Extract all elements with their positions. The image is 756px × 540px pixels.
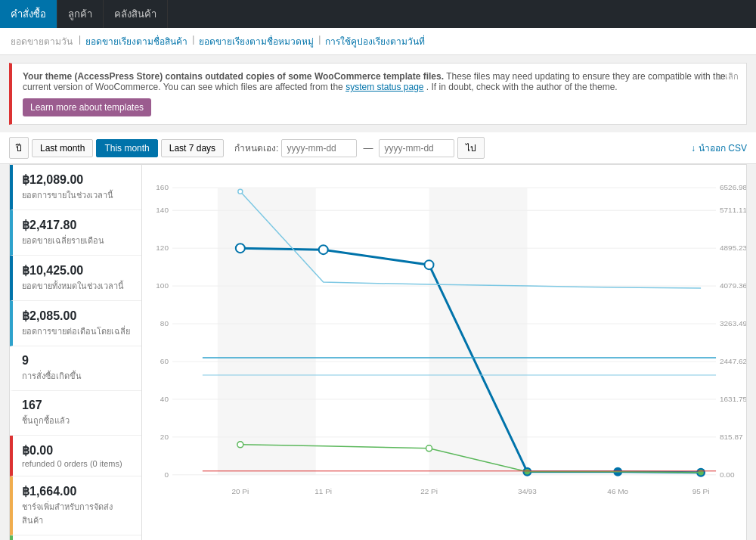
svg-point-30	[236, 244, 245, 253]
stat-coupons: ฿0.00 มูลค่าของคูปองที่ใช้	[10, 535, 141, 540]
svg-point-39	[525, 470, 529, 474]
filter-bar: ปี Last month This month Last 7 days กำห…	[0, 132, 756, 164]
last-7-days-button[interactable]: Last 7 days	[161, 139, 224, 157]
svg-text:0: 0	[164, 470, 169, 479]
svg-text:3263.49: 3263.49	[720, 319, 746, 327]
breadcrumb-link-1[interactable]: ยอดขายเรียงตามชื่อสินค้า	[85, 34, 187, 48]
svg-text:20 Pi: 20 Pi	[231, 487, 249, 495]
top-navigation: คำสั่งซื้อ ลูกค้า คลังสินค้า	[0, 0, 756, 28]
svg-text:0.00: 0.00	[720, 470, 735, 479]
notice-text: Your theme (AccessPress Store) contains …	[23, 71, 726, 92]
svg-text:40: 40	[160, 395, 169, 403]
svg-text:100: 100	[156, 281, 169, 290]
this-month-button[interactable]: This month	[96, 139, 157, 157]
stat-orders: 9 การสั่งซื้อเกิดขึ้น	[10, 346, 141, 391]
breadcrumb-link-3[interactable]: การใช้คูปองเรียงตามวันที่	[325, 34, 425, 48]
stat-avg-monthly: ฿2,417.80 ยอดขายเฉลี่ยรายเดือน	[10, 210, 141, 256]
stat-refunds: ฿0.00 refunded 0 orders (0 items)	[10, 436, 141, 476]
breadcrumb-link-2[interactable]: ยอดขายเรียงตามชื่อหมวดหมู่	[199, 34, 314, 48]
svg-text:4079.36: 4079.36	[720, 281, 746, 290]
notice-box: ยกเลิก Your theme (AccessPress Store) co…	[9, 63, 747, 125]
tab-orders[interactable]: คำสั่งซื้อ	[0, 0, 57, 28]
dismiss-button[interactable]: ยกเลิก	[715, 70, 739, 83]
learn-more-button[interactable]: Learn more about templates	[23, 98, 151, 116]
date-to-input[interactable]	[379, 139, 454, 157]
tab-inventory[interactable]: คลังสินค้า	[104, 0, 168, 28]
main-content: ฿12,089.00 ยอดการขายในช่วงเวลานี้ ฿2,417…	[9, 164, 747, 540]
svg-point-37	[237, 442, 243, 448]
svg-text:120: 120	[156, 244, 169, 252]
svg-point-31	[319, 245, 328, 254]
export-label: นำออก CSV	[699, 141, 747, 155]
breadcrumb: ยอดขายตามวัน | ยอดขายเรียงตามชื่อสินค้า …	[0, 28, 756, 55]
stat-total-sales: ฿12,089.00 ยอดการขายในช่วงเวลานี้	[10, 165, 141, 210]
year-button[interactable]: ปี	[9, 137, 29, 159]
last-month-button[interactable]: Last month	[32, 139, 93, 157]
svg-text:22 Pi: 22 Pi	[420, 487, 438, 495]
svg-text:2447.62: 2447.62	[720, 357, 746, 365]
svg-text:11 Pi: 11 Pi	[314, 487, 332, 495]
svg-text:1631.75: 1631.75	[720, 395, 746, 403]
stat-avg-monthly-2: ฿2,085.00 ยอดการขายต่อเดือนโดยเฉลี่ย	[10, 301, 141, 346]
svg-text:34/93: 34/93	[518, 487, 537, 495]
svg-text:20: 20	[160, 433, 169, 441]
stat-items: 167 ชิ้นถูกซื้อแล้ว	[10, 391, 141, 436]
sales-chart: 0 20 40 60 80 100 120 140 160 0.00 815.8…	[142, 172, 746, 535]
download-icon: ↓	[691, 143, 696, 154]
svg-point-36	[238, 189, 243, 194]
svg-point-32	[425, 260, 434, 269]
stat-shipping: ฿1,664.00 ชาร์จเพิ่มสำหรับการจัดส่งสินค้…	[10, 476, 141, 535]
svg-point-38	[426, 445, 432, 452]
svg-text:815.87: 815.87	[720, 433, 743, 441]
chart-wrapper: 0 20 40 60 80 100 120 140 160 0.00 815.8…	[142, 172, 746, 535]
date-separator: —	[363, 142, 373, 154]
svg-text:95 Pi: 95 Pi	[692, 487, 710, 495]
custom-label: กำหนดเอง:	[234, 141, 278, 155]
svg-text:46 Mo: 46 Mo	[607, 487, 628, 495]
svg-rect-28	[218, 188, 316, 475]
svg-text:60: 60	[160, 357, 169, 365]
svg-text:140: 140	[156, 206, 169, 214]
svg-text:80: 80	[160, 319, 169, 327]
svg-text:5711.11: 5711.11	[720, 206, 746, 214]
system-status-link[interactable]: system status page	[345, 82, 423, 92]
date-from-input[interactable]	[281, 139, 357, 157]
svg-text:4895.23: 4895.23	[720, 244, 746, 252]
svg-text:6526.98: 6526.98	[720, 183, 746, 191]
stat-net-sales: ฿10,425.00 ยอดขายทั้งหมดในช่วงเวลานี้	[10, 256, 141, 301]
stats-panel: ฿12,089.00 ยอดการขายในช่วงเวลานี้ ฿2,417…	[9, 164, 141, 540]
go-button[interactable]: ไป	[457, 137, 485, 159]
export-csv-button[interactable]: ↓ นำออก CSV	[691, 141, 747, 155]
svg-rect-29	[429, 188, 528, 475]
chart-panel: 0 20 40 60 80 100 120 140 160 0.00 815.8…	[141, 164, 747, 540]
breadcrumb-main: ยอดขายตามวัน	[11, 34, 73, 48]
tab-customers[interactable]: ลูกค้า	[57, 0, 104, 28]
svg-text:160: 160	[156, 183, 169, 191]
